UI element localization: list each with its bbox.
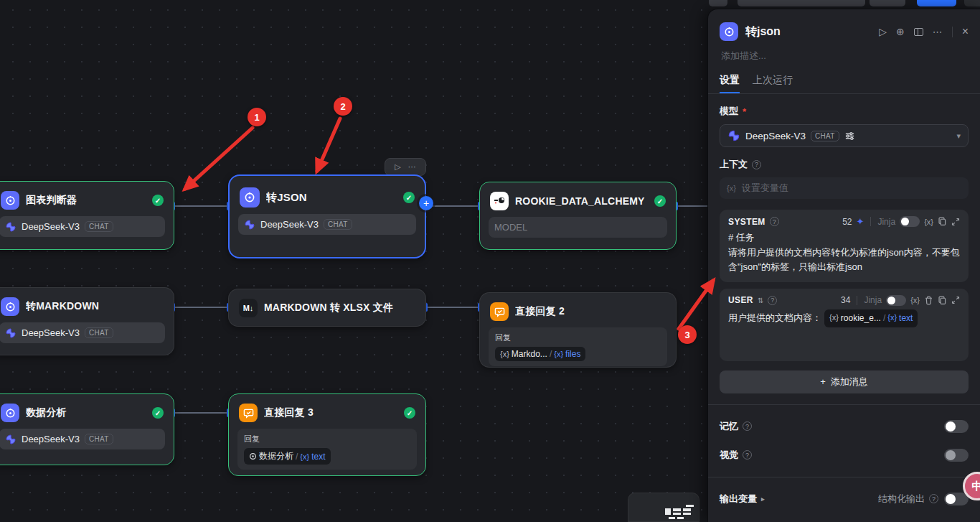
answer-icon: [490, 302, 509, 321]
node-reply-2[interactable]: 直接回复 2 回复 {x}Markdo... / {x}files: [479, 292, 677, 368]
memory-toggle[interactable]: [944, 420, 969, 433]
node-to-markdown[interactable]: 转MARKDOWN DeepSeek-V3 CHAT: [0, 287, 174, 355]
variable-pill[interactable]: {x}Markdo... / {x}files: [495, 347, 585, 361]
success-icon: ✓: [152, 195, 164, 206]
model-placeholder-row[interactable]: MODEL: [489, 217, 667, 238]
prompt-block-system[interactable]: SYSTEM ? 52 ✦ Jinja {x} # 任务 请将用户提供的文档内容…: [720, 210, 969, 282]
close-icon[interactable]: ×: [962, 25, 969, 38]
deepseek-logo-icon: [5, 434, 17, 445]
variable-icon: {x}: [887, 312, 897, 324]
model-row[interactable]: DeepSeek-V3 CHAT: [238, 214, 416, 235]
model-name: DeepSeek-V3: [745, 131, 806, 141]
role-label[interactable]: USER: [728, 295, 753, 305]
node-data-analysis[interactable]: 数据分析 ✓ DeepSeek-V3 CHAT: [0, 393, 174, 465]
context-variable-input[interactable]: {x} 设置变量值: [720, 177, 969, 199]
copy-icon[interactable]: [938, 217, 947, 226]
model-row[interactable]: DeepSeek-V3 CHAT: [0, 216, 165, 237]
success-icon: ✓: [654, 195, 666, 207]
system-prompt-text[interactable]: # 任务 请将用户提供的文档内容转化为标准的json内容，不要包含"json"的…: [728, 230, 960, 275]
toolbar-fragment-primary: [917, 0, 956, 6]
model-name: DeepSeek-V3: [22, 434, 80, 444]
run-node-icon[interactable]: ▷: [395, 162, 400, 172]
tab-last-run[interactable]: 上次运行: [753, 74, 793, 93]
node-to-json[interactable]: 转JSON ✓ DeepSeek-V3 CHAT +: [228, 174, 426, 258]
focus-target-icon[interactable]: ⊕: [896, 26, 905, 37]
deepseek-logo-icon: [5, 327, 17, 339]
help-icon[interactable]: ?: [768, 296, 777, 305]
panel-title[interactable]: 转json: [745, 24, 872, 39]
edge-rookie-out[interactable]: [677, 205, 707, 207]
llm-icon: [720, 22, 738, 41]
variable-pill[interactable]: {x}rookie_e... / {x}text: [824, 309, 918, 327]
model-mode-badge: CHAT: [85, 434, 113, 444]
help-icon[interactable]: ?: [929, 494, 938, 503]
vision-toggle[interactable]: [944, 449, 969, 462]
edge-tomarkdown-xlsx[interactable]: [174, 307, 227, 308]
edge-chartjudge-tojson[interactable]: [174, 205, 227, 207]
prompt-block-user[interactable]: USER ⇅ ? 34 Jinja {x}: [720, 289, 969, 361]
role-sort-icon[interactable]: ⇅: [758, 297, 763, 304]
generate-sparkle-icon[interactable]: ✦: [857, 216, 864, 227]
node-title: ROOKIE_DATA_ALCHEMY: [515, 195, 648, 207]
jinja-label: Jinja: [864, 295, 882, 305]
edge-xlsx-reply2[interactable]: [427, 307, 479, 308]
model-row[interactable]: DeepSeek-V3 CHAT: [0, 429, 165, 449]
model-selector[interactable]: DeepSeek-V3 CHAT ▾: [720, 124, 969, 147]
markdown-icon: M↓: [239, 299, 258, 317]
role-label[interactable]: SYSTEM: [728, 217, 765, 227]
chevron-down-icon: ▾: [956, 131, 961, 141]
edge-tojson-rookie[interactable]: [427, 205, 479, 207]
model-row[interactable]: DeepSeek-V3 CHAT: [0, 322, 165, 343]
node-more-icon[interactable]: ⋯: [408, 162, 416, 172]
more-icon[interactable]: ⋯: [933, 26, 943, 37]
variable-icon: {x}: [727, 184, 736, 192]
variable-icon[interactable]: {x}: [924, 218, 933, 226]
llm-ref-icon: [249, 452, 257, 460]
memory-label: 记忆: [720, 420, 738, 433]
node-rookie-data-alchemy[interactable]: ROOKIE_DATA_ALCHEMY ✓ MODEL: [479, 182, 677, 250]
copy-icon[interactable]: [938, 296, 947, 305]
node-markdown-to-xlsx[interactable]: M↓ MARKDOWN 转 XLSX 文件: [228, 289, 426, 327]
help-icon[interactable]: ?: [752, 160, 761, 169]
add-message-button[interactable]: + 添加消息: [720, 370, 969, 393]
jinja-toggle[interactable]: [886, 295, 906, 306]
variable-ref: text: [311, 452, 325, 462]
divider: [952, 27, 953, 37]
structured-output-label: 结构化输出: [878, 493, 925, 505]
delete-icon[interactable]: [924, 296, 933, 305]
required-mark: *: [743, 106, 746, 117]
user-prompt-text[interactable]: 用户提供的文档内容： {x}rookie_e... / {x}text: [728, 309, 960, 354]
edge-analysis-reply3[interactable]: [174, 412, 227, 414]
answer-field: 回复 {x}Markdo... / {x}files: [489, 327, 667, 366]
description-placeholder[interactable]: 添加描述...: [721, 50, 969, 62]
path-separator: /: [883, 312, 885, 325]
model-params-icon[interactable]: [844, 131, 855, 141]
node-chart-judge[interactable]: 图表判断器 ✓ DeepSeek-V3 CHAT: [0, 181, 174, 250]
help-icon[interactable]: ?: [743, 421, 752, 431]
split-view-icon[interactable]: [914, 28, 923, 36]
help-icon[interactable]: ?: [743, 450, 752, 460]
add-next-node-button[interactable]: +: [419, 196, 433, 210]
output-variables-label: 输出变量: [720, 493, 757, 505]
expand-icon[interactable]: [951, 296, 960, 304]
caret-right-icon[interactable]: ▸: [761, 495, 765, 503]
tab-settings[interactable]: 设置: [720, 74, 740, 93]
jinja-toggle[interactable]: [900, 216, 920, 227]
divider: [708, 404, 980, 405]
model-name: DeepSeek-V3: [260, 219, 319, 230]
variable-pill[interactable]: 数据分析 / {x}text: [244, 448, 331, 465]
variable-icon[interactable]: {x}: [910, 296, 920, 304]
run-icon[interactable]: ▷: [879, 26, 887, 37]
expand-icon[interactable]: [951, 218, 960, 226]
help-icon[interactable]: ?: [770, 217, 779, 226]
variable-ref: text: [899, 312, 913, 325]
toolbar-fragment: [738, 0, 865, 6]
variable-name: 数据分析: [259, 450, 293, 462]
vision-label: 视觉: [720, 449, 738, 462]
model-mode-badge: CHAT: [85, 327, 113, 338]
node-partial-bottom[interactable]: [628, 493, 699, 522]
deepseek-logo-icon: [5, 221, 17, 233]
node-hover-toolbar[interactable]: ▷ ⋯: [385, 158, 426, 176]
field-label: 回复: [244, 434, 410, 444]
node-reply-3[interactable]: 直接回复 3 ✓ 回复 数据分析 / {x}text: [228, 393, 426, 476]
